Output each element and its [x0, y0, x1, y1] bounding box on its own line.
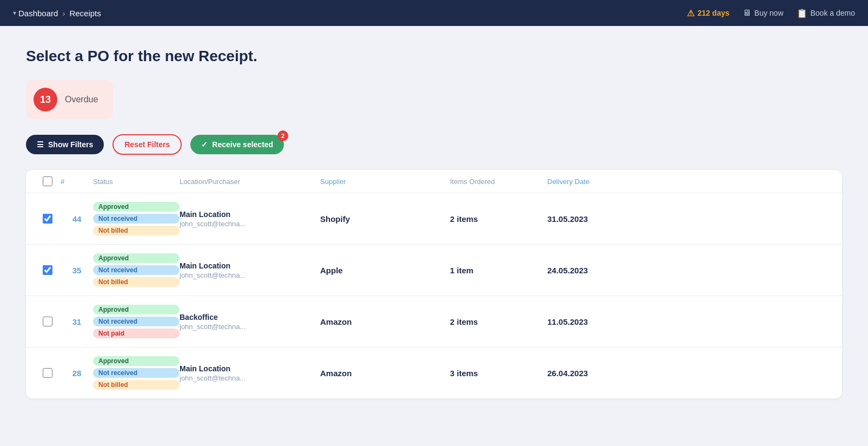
show-filters-button[interactable]: ☰ Show Filters — [26, 135, 104, 154]
row-number-28: 28 — [61, 369, 93, 378]
row-items-44: 2 items — [450, 214, 547, 224]
badge-approved: Approved — [93, 305, 180, 314]
table-row: 31 Approved Not received Not paid Backof… — [26, 296, 842, 347]
row-items-35: 1 item — [450, 266, 547, 275]
row-number-35: 35 — [61, 266, 93, 275]
nav-receipts[interactable]: Receipts — [69, 9, 101, 18]
col-header-location: Location/Purchaser — [180, 178, 320, 186]
receive-selected-button[interactable]: ✓ Receive selected 2 — [190, 135, 284, 154]
receive-selected-badge: 2 — [277, 130, 288, 141]
toolbar: ☰ Show Filters Reset Filters ✓ Receive s… — [26, 134, 842, 155]
book-demo-link[interactable]: 📋 Book a demo — [797, 8, 856, 18]
row-location-35: Main Location john_scott@techna... — [180, 261, 320, 279]
badge-not-received: Not received — [93, 368, 180, 378]
col-header-supplier: Supplier — [320, 178, 450, 186]
table-row: 44 Approved Not received Not billed Main… — [26, 193, 842, 245]
row-status-35: Approved Not received Not billed — [93, 253, 180, 287]
row-number-31: 31 — [61, 317, 93, 326]
row-location-31: Backoffice john_scott@techna... — [180, 313, 320, 331]
row-date-44: 31.05.2023 — [547, 214, 655, 224]
row-date-28: 26.04.2023 — [547, 369, 655, 378]
overdue-card[interactable]: 13 Overdue — [26, 80, 113, 119]
row-supplier-28: Amazon — [320, 369, 450, 378]
table-header: # Status Location/Purchaser Supplier Ite… — [26, 170, 842, 193]
buy-now-icon: 🖥 — [743, 8, 751, 18]
row-checkbox-28[interactable] — [43, 368, 52, 378]
badge-not-billed: Not billed — [93, 277, 180, 287]
row-items-28: 3 items — [450, 369, 547, 378]
badge-not-received: Not received — [93, 265, 180, 275]
row-items-31: 2 items — [450, 317, 547, 326]
badge-approved: Approved — [93, 253, 180, 263]
nav-separator: › — [62, 9, 65, 18]
row-location-44: Main Location john_scott@techna... — [180, 210, 320, 228]
checkmark-icon: ✓ — [201, 140, 208, 149]
main-content: Select a PO for the new Receipt. 13 Over… — [0, 26, 868, 420]
warning-icon: ⚠ — [687, 8, 694, 18]
badge-not-received: Not received — [93, 214, 180, 224]
badge-not-paid: Not paid — [93, 329, 180, 338]
po-table: # Status Location/Purchaser Supplier Ite… — [26, 170, 842, 398]
table-row: 28 Approved Not received Not billed Main… — [26, 347, 842, 398]
table-row: 35 Approved Not received Not billed Main… — [26, 245, 842, 296]
overdue-count-badge: 13 — [34, 88, 57, 112]
days-warning: ⚠ 212 days — [687, 8, 730, 18]
nav-dashboard[interactable]: ▾ Dashboard — [13, 9, 58, 18]
row-status-44: Approved Not received Not billed — [93, 202, 180, 235]
col-header-items: Items Ordered — [450, 178, 547, 186]
badge-not-billed: Not billed — [93, 380, 180, 390]
badge-approved: Approved — [93, 202, 180, 212]
row-number-44: 44 — [61, 214, 93, 224]
select-all-checkbox[interactable] — [43, 176, 52, 186]
filter-icon: ☰ — [37, 140, 44, 149]
row-checkbox-44[interactable] — [43, 214, 52, 224]
chevron-down-icon: ▾ — [13, 9, 16, 17]
buy-now-link[interactable]: 🖥 Buy now — [743, 8, 784, 18]
badge-not-billed: Not billed — [93, 226, 180, 235]
row-checkbox-31[interactable] — [43, 317, 52, 326]
row-checkbox-35[interactable] — [43, 265, 52, 275]
row-supplier-35: Apple — [320, 266, 450, 275]
col-header-date: Delivery Date — [547, 178, 655, 186]
book-demo-icon: 📋 — [797, 8, 807, 18]
row-status-28: Approved Not received Not billed — [93, 356, 180, 390]
page-title: Select a PO for the new Receipt. — [26, 48, 842, 65]
row-date-31: 11.05.2023 — [547, 317, 655, 326]
badge-approved: Approved — [93, 356, 180, 366]
row-location-28: Main Location john_scott@techna... — [180, 364, 320, 382]
reset-filters-button[interactable]: Reset Filters — [112, 134, 182, 155]
col-header-status: Status — [93, 178, 180, 186]
badge-not-received: Not received — [93, 317, 180, 326]
row-date-35: 24.05.2023 — [547, 266, 655, 275]
row-supplier-44: Shopify — [320, 214, 450, 224]
overdue-label: Overdue — [65, 95, 98, 104]
col-header-number: # — [61, 178, 93, 186]
row-supplier-31: Amazon — [320, 317, 450, 326]
row-status-31: Approved Not received Not paid — [93, 305, 180, 338]
top-navigation: ▾ Dashboard › Receipts ⚠ 212 days 🖥 Buy … — [0, 0, 868, 26]
